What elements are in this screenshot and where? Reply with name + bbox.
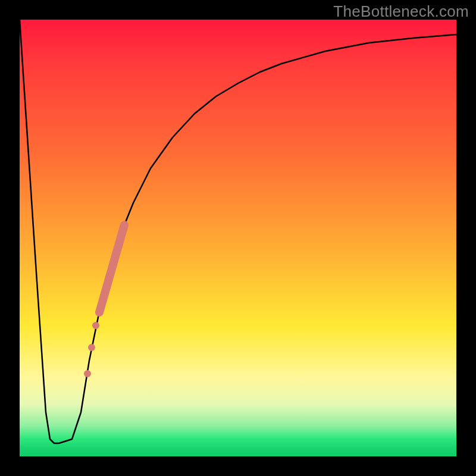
highlight-dot — [84, 370, 91, 377]
plot-area — [20, 20, 456, 456]
watermark-text: TheBottleneck.com — [333, 2, 469, 21]
highlight-dot — [88, 344, 95, 351]
bottleneck-curve — [20, 20, 456, 443]
highlight-thick-segment — [99, 225, 124, 312]
highlight-dot — [92, 322, 99, 329]
chart-frame: TheBottleneck.com — [0, 0, 476, 476]
curve-svg — [20, 20, 456, 456]
